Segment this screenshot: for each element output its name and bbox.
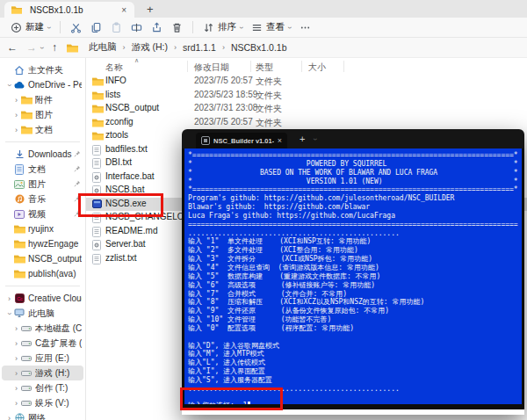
sidebar-item--[interactable]: ›此电脑 — [2, 306, 83, 321]
breadcrumb-item[interactable]: srd1.1.1 — [180, 41, 219, 54]
sidebar-item-label: Creative Cloud Files — [28, 293, 82, 303]
expander-icon[interactable]: › — [5, 414, 13, 420]
sidebar-item--[interactable]: 视频 — [2, 206, 83, 221]
md-icon — [92, 227, 101, 239]
breadcrumb-separator-icon[interactable]: › — [174, 43, 177, 52]
history-chevron-icon[interactable]: › — [40, 44, 43, 52]
expander-icon[interactable]: › — [5, 81, 13, 90]
rename-button[interactable] — [127, 20, 146, 35]
sidebar-item-nscb_output[interactable]: NSCB_output — [2, 251, 83, 266]
txt-icon — [92, 254, 101, 266]
sidebar-item--[interactable]: 音乐 — [2, 192, 83, 206]
sidebar-item--[interactable]: ›文档 — [2, 122, 83, 137]
sidebar-item--h-[interactable]: ›游戏 (H:) — [2, 366, 83, 380]
sidebar-item--[interactable]: 文档 — [2, 162, 83, 177]
sidebar-item-label: 附件 — [35, 94, 82, 106]
column-separator[interactable] — [250, 61, 251, 72]
terminal-output[interactable]: *=======================================… — [182, 148, 524, 409]
sidebar-item--e-[interactable]: ›应用 (E:) — [2, 351, 83, 366]
share-button[interactable] — [148, 20, 166, 35]
tab-close-icon[interactable]: × — [119, 5, 128, 15]
expander-icon[interactable]: › — [12, 339, 20, 348]
terminal-line: * POWERED BY SQUIRREL * — [188, 160, 518, 169]
terminal-tab[interactable]: NSC_Builder v1.01-b -- Profile: × — [196, 133, 287, 148]
sort-button[interactable]: 排序 › — [199, 19, 246, 35]
expander-icon[interactable]: › — [12, 369, 20, 378]
delete-button[interactable] — [168, 20, 186, 35]
expander-icon[interactable]: › — [12, 384, 20, 393]
expander-icon[interactable]: › — [5, 309, 13, 318]
onedrive-icon — [13, 81, 25, 89]
copy-button[interactable] — [87, 20, 105, 35]
view-button[interactable]: 查看 › — [248, 19, 294, 35]
copy-icon — [90, 22, 102, 33]
sidebar-item--[interactable]: ›网络 — [2, 410, 83, 420]
sidebar-item-publish-ava-[interactable]: publish(ava) — [2, 266, 83, 281]
chevron-down-icon: › — [285, 26, 293, 29]
terminal-title-bar[interactable]: NSC_Builder v1.01-b -- Profile: × + › — [182, 129, 524, 148]
breadcrumb-item[interactable]: 游戏 (H:) — [129, 40, 170, 54]
more-options-button[interactable] — [296, 20, 314, 35]
sidebar-item--t-[interactable]: ›创作 (T:) — [2, 380, 83, 395]
screen: NSCBx1.0.1b × + 新建 › — [0, 0, 527, 420]
new-button[interactable]: 新建 › — [7, 19, 54, 35]
sidebar-item-label: ryujinx — [28, 224, 82, 234]
explorer-tab[interactable]: NSCBx1.0.1b × — [4, 2, 134, 18]
sidebar-item--v-[interactable]: ›娱乐 (V:) — [2, 395, 83, 410]
expander-icon[interactable]: › — [5, 294, 13, 303]
file-name: NSCB_output — [105, 103, 159, 112]
pc-icon — [13, 308, 25, 318]
expander-icon[interactable]: › — [12, 96, 20, 105]
column-separator[interactable] — [187, 61, 188, 72]
file-type: 文件夹 — [256, 117, 282, 129]
terminal-line: 输入"M", 进入MTP模式 — [188, 350, 518, 358]
file-row-zconfig[interactable]: zconfig2023/7/5 20:57文件夹 — [86, 116, 527, 130]
sidebar-item--c-[interactable]: ›本地磁盘 (C:) — [2, 321, 83, 336]
file-row-lists[interactable]: lists2023/5/23 18:59文件夹 — [86, 89, 527, 103]
sidebar-item--[interactable]: 图片 — [2, 177, 83, 192]
sidebar-item-label: 娱乐 (V:) — [35, 397, 82, 409]
terminal-line: 输入 "2" 多文件处理 (XCI整合用: 常用功能) — [188, 246, 518, 255]
file-row-nscb_output[interactable]: NSCB_output2023/7/31 23:08文件夹 — [86, 102, 527, 116]
sidebar-item--[interactable]: ›附件 — [2, 92, 83, 107]
expander-icon[interactable]: › — [12, 126, 20, 134]
forward-button[interactable]: → — [26, 41, 37, 54]
expander-icon[interactable]: › — [12, 399, 20, 408]
sidebar-item-creative-cloud-files[interactable]: ›CcCreative Cloud Files — [2, 291, 83, 306]
terminal-tab-close-icon[interactable]: × — [278, 136, 282, 145]
expander-icon[interactable]: › — [12, 324, 20, 333]
sidebar-item-hywzengage[interactable]: hywzEngage — [2, 236, 83, 251]
breadcrumb-separator-icon[interactable]: › — [222, 43, 225, 52]
paste-button[interactable] — [107, 20, 126, 35]
terminal-line: *=======================================… — [188, 185, 518, 194]
column-header-type[interactable]: 类型 — [256, 62, 273, 74]
column-header-name[interactable]: 名称 — [105, 62, 123, 74]
sidebar-item-downloads[interactable]: Downloads — [2, 147, 83, 162]
up-button[interactable]: ↑ — [52, 41, 57, 54]
expander-icon[interactable]: › — [12, 111, 20, 119]
breadcrumb-separator-icon[interactable]: › — [123, 43, 126, 52]
sidebar-item--[interactable]: ›图片 — [2, 107, 83, 122]
new-tab-button[interactable]: + — [147, 2, 154, 18]
terminal-line: 输入 "3" 文件拆分 (XCI或NSP拆包: 常用功能) — [188, 255, 518, 264]
sidebar-item-ryujinx[interactable]: ryujinx — [2, 221, 83, 236]
back-button[interactable]: ← — [7, 41, 18, 54]
breadcrumb-item[interactable]: 此电脑 — [86, 40, 119, 54]
cut-button[interactable] — [67, 20, 85, 35]
sidebar-item--[interactable]: 主文件夹 — [2, 62, 83, 77]
expander-icon[interactable]: › — [12, 354, 20, 363]
file-row-info[interactable]: INFO2023/7/5 20:57文件夹 — [86, 75, 527, 89]
column-header-size[interactable]: 大小 — [308, 62, 326, 74]
terminal-line: Blawar's github: https://github.com/blaw… — [188, 203, 518, 212]
sidebar-item-c-d-[interactable]: ›C盘扩展卷 (D:) — [2, 336, 83, 351]
sidebar-divider — [5, 286, 80, 286]
column-header-date[interactable]: 修改日期 — [194, 62, 229, 74]
terminal-dropdown-icon[interactable]: › — [314, 135, 316, 143]
home-icon — [13, 65, 25, 76]
breadcrumb-item[interactable]: NSCBx1.0.1b — [228, 41, 290, 54]
terminal-line: 输入 "4" 文件信息查询 (查询游戏版本信息: 常用功能) — [188, 264, 518, 272]
column-separator[interactable] — [301, 61, 302, 72]
terminal-new-tab-button[interactable]: + — [300, 134, 305, 144]
column-separator[interactable] — [343, 61, 344, 72]
sidebar-item-onedrive-persona[interactable]: ›OneDrive - Persona — [2, 77, 83, 92]
